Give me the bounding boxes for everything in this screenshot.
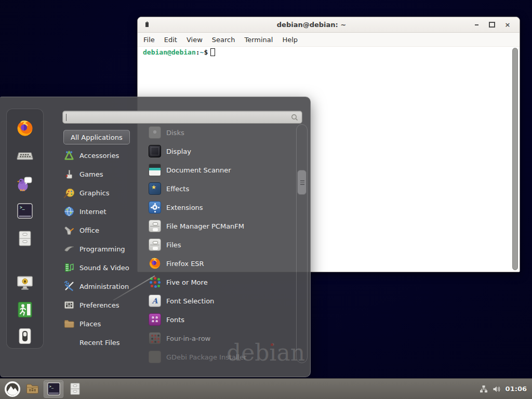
- keyboard-icon[interactable]: [16, 147, 34, 165]
- app-item-label: Fonts: [166, 316, 184, 324]
- accessories-icon: [63, 150, 75, 161]
- volume-icon[interactable]: [493, 385, 501, 393]
- app-item-disks[interactable]: Disks: [149, 123, 295, 142]
- menu-help[interactable]: Help: [277, 36, 302, 44]
- file-cabinet-icon: [68, 382, 82, 396]
- app-item-four-in-a-row[interactable]: Four-in-a-row: [149, 329, 295, 348]
- category-label: Recent Files: [79, 339, 120, 347]
- menu-edit[interactable]: Edit: [159, 36, 182, 44]
- menu-view[interactable]: View: [182, 36, 207, 44]
- taskbar: >_ 01:06: [0, 378, 532, 399]
- category-places[interactable]: Places: [63, 314, 148, 333]
- terminal-launcher[interactable]: >_: [44, 380, 63, 398]
- files-icon: [149, 238, 161, 251]
- blank-icon: [63, 337, 75, 348]
- all-applications-button[interactable]: All Applications: [63, 130, 130, 144]
- category-label: Administration: [79, 283, 129, 290]
- app-item-label: Effects: [166, 185, 189, 193]
- app-item-document-scanner[interactable]: Document Scanner: [149, 161, 295, 179]
- menu-scrollbar-thumb[interactable]: [297, 170, 307, 195]
- category-office[interactable]: Office: [63, 221, 148, 240]
- menu-terminal[interactable]: Terminal: [240, 36, 277, 44]
- app-item-display[interactable]: Display: [149, 142, 295, 161]
- fonts-icon: [149, 313, 161, 326]
- terminal-icon[interactable]: >_: [16, 202, 34, 220]
- search-input[interactable]: [66, 111, 290, 123]
- window-icon: [144, 21, 150, 29]
- menu-button[interactable]: [4, 381, 21, 397]
- search-icon: [290, 113, 299, 122]
- app-item-effects[interactable]: Effects: [149, 179, 295, 198]
- terminal-menubar: File Edit View Search Terminal Help: [138, 33, 520, 47]
- app-item-label: Four-in-a-row: [166, 335, 210, 342]
- games-icon: [63, 168, 75, 180]
- app-item-label: GDebi Package Installer: [166, 353, 247, 361]
- menu-file[interactable]: File: [139, 36, 159, 44]
- terminal-cursor: [210, 48, 215, 56]
- category-accessories[interactable]: Accessories: [63, 146, 148, 165]
- app-item-file-manager-pcmanfm[interactable]: File Manager PCManFM: [149, 217, 295, 235]
- preferences-icon: [63, 299, 75, 311]
- document-scanner-icon: [149, 164, 161, 176]
- app-item-files[interactable]: Files: [149, 235, 295, 254]
- category-label: Places: [79, 320, 101, 328]
- app-item-extensions[interactable]: Extensions: [149, 198, 295, 217]
- category-label: Office: [79, 227, 99, 234]
- app-item-gdebi[interactable]: GDebi Package Installer: [149, 348, 295, 366]
- network-icon[interactable]: [480, 385, 488, 393]
- administration-icon: [63, 281, 75, 292]
- app-item-font-selection[interactable]: Font Selection: [149, 291, 295, 310]
- category-recent-files[interactable]: Recent Files: [63, 333, 148, 352]
- category-sound-video[interactable]: Sound & Video: [63, 258, 148, 277]
- lock-screen-icon[interactable]: [16, 274, 34, 292]
- session-buttons: [16, 274, 34, 345]
- category-preferences[interactable]: Preferences: [63, 296, 148, 314]
- firefox-icon: [149, 257, 161, 270]
- app-item-label: Files: [166, 241, 181, 249]
- category-programming[interactable]: Programming: [63, 240, 148, 258]
- prompt-symbol: $: [204, 48, 208, 56]
- application-menu: debian >_ All Applications: [0, 97, 311, 377]
- clock[interactable]: 01:06: [506, 385, 527, 393]
- category-label: Games: [79, 170, 103, 178]
- menu-scrollbar-track[interactable]: [296, 124, 308, 363]
- app-item-label: Document Scanner: [166, 166, 231, 174]
- gdebi-icon: [149, 351, 161, 363]
- window-title: debian@debian: ~: [150, 21, 473, 29]
- files-launcher[interactable]: [65, 380, 85, 398]
- close-icon[interactable]: [504, 21, 511, 29]
- app-item-five-or-more[interactable]: Five or More: [149, 273, 295, 291]
- category-label: Internet: [79, 208, 107, 216]
- terminal-scrollbar[interactable]: [512, 48, 518, 270]
- display-icon: [149, 145, 161, 157]
- shut-down-icon[interactable]: [16, 327, 34, 345]
- search-box[interactable]: [62, 111, 302, 124]
- prompt-separator: :: [196, 48, 200, 56]
- programming-icon: [63, 243, 75, 255]
- system-tray: 01:06: [480, 385, 527, 393]
- font-selection-icon: [149, 295, 161, 307]
- category-games[interactable]: Games: [63, 165, 148, 183]
- category-graphics[interactable]: Graphics: [63, 183, 148, 202]
- desktop: debian@debian: ~ File Edit View Search T…: [0, 0, 532, 399]
- file-cabinet-icon[interactable]: [16, 230, 34, 247]
- app-item-fonts[interactable]: Fonts: [149, 310, 295, 329]
- pidgin-icon[interactable]: [16, 175, 34, 192]
- app-item-firefox-esr[interactable]: Firefox ESR: [149, 254, 295, 273]
- category-label: Programming: [79, 245, 125, 253]
- app-item-label: Firefox ESR: [166, 260, 204, 268]
- log-out-icon[interactable]: [16, 301, 34, 318]
- effects-icon: [149, 182, 161, 195]
- file-manager-launcher[interactable]: [22, 380, 42, 398]
- menu-search[interactable]: Search: [207, 36, 240, 44]
- category-internet[interactable]: Internet: [63, 202, 148, 221]
- shell-prompt: debian@debian:~$: [143, 48, 215, 56]
- minimize-icon[interactable]: [473, 21, 480, 29]
- terminal-titlebar[interactable]: debian@debian: ~: [138, 17, 520, 33]
- maximize-icon[interactable]: [488, 21, 496, 29]
- extensions-icon: [149, 201, 161, 214]
- firefox-icon[interactable]: [16, 119, 34, 137]
- category-label: Preferences: [79, 301, 119, 309]
- category-label: Sound & Video: [79, 264, 129, 272]
- app-item-label: File Manager PCManFM: [166, 222, 244, 230]
